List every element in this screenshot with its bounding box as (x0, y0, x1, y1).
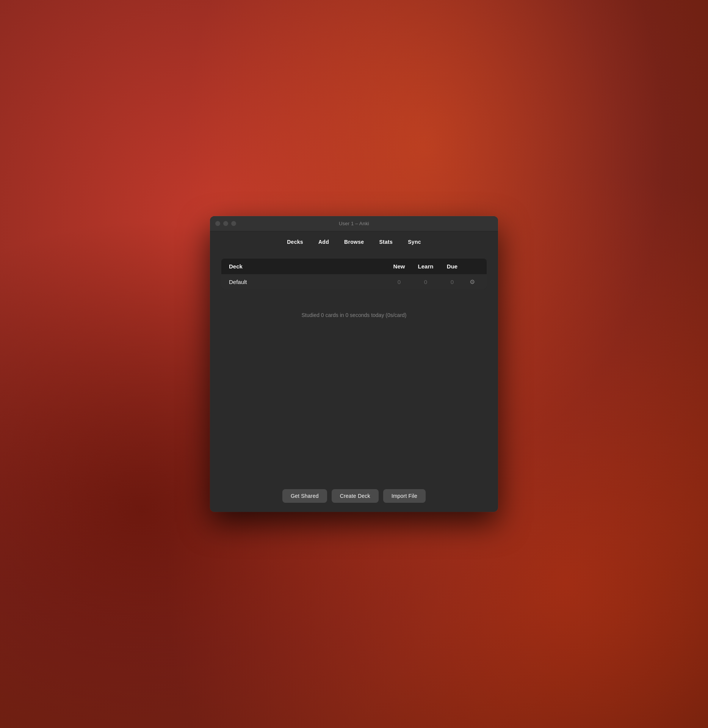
tab-add[interactable]: Add (312, 237, 336, 247)
spacer (221, 322, 487, 474)
minimize-button[interactable] (223, 221, 228, 226)
window-controls (215, 221, 236, 226)
close-button[interactable] (215, 221, 220, 226)
deck-new-count: 0 (386, 279, 412, 285)
content-area: Deck New Learn Due Default 0 0 0 ⚙ Studi… (210, 251, 498, 482)
bottom-buttons: Get Shared Create Deck Import File (210, 482, 498, 512)
tab-browse[interactable]: Browse (337, 237, 371, 247)
create-deck-button[interactable]: Create Deck (332, 489, 379, 503)
col-header-new: New (386, 263, 412, 270)
window-title: User 1 – Anki (339, 221, 369, 226)
tab-decks[interactable]: Decks (280, 237, 310, 247)
deck-due-count: 0 (439, 279, 465, 285)
main-window: User 1 – Anki Decks Add Browse Stats Syn… (210, 216, 498, 512)
deck-table: Deck New Learn Due Default 0 0 0 ⚙ (221, 259, 487, 289)
titlebar: User 1 – Anki (210, 216, 498, 231)
import-file-button[interactable]: Import File (383, 489, 426, 503)
toolbar: Decks Add Browse Stats Sync (210, 231, 498, 251)
deck-name[interactable]: Default (229, 279, 386, 285)
deck-learn-count: 0 (412, 279, 439, 285)
tab-stats[interactable]: Stats (372, 237, 399, 247)
table-header: Deck New Learn Due (221, 259, 487, 275)
table-row: Default 0 0 0 ⚙ (221, 275, 487, 289)
col-header-deck: Deck (229, 263, 386, 270)
maximize-button[interactable] (231, 221, 236, 226)
get-shared-button[interactable]: Get Shared (282, 489, 327, 503)
gear-icon[interactable]: ⚙ (465, 278, 479, 286)
col-header-due: Due (439, 263, 465, 270)
col-header-learn: Learn (412, 263, 439, 270)
tab-sync[interactable]: Sync (401, 237, 428, 247)
stats-text: Studied 0 cards in 0 seconds today (0s/c… (221, 308, 487, 322)
